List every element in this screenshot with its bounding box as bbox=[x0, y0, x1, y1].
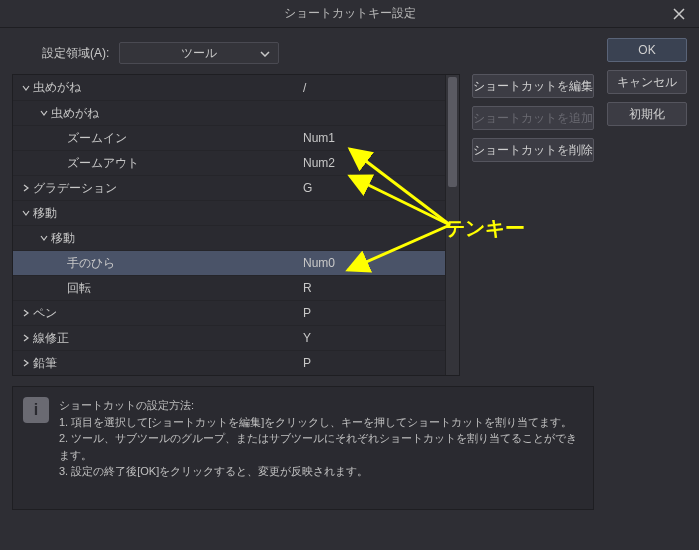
info-box: i ショートカットの設定方法: 1. 項目を選択して[ショートカットを編集]をク… bbox=[12, 386, 594, 510]
reset-button[interactable]: 初期化 bbox=[607, 102, 687, 126]
tree-item-key: Y bbox=[303, 331, 311, 345]
tree-item-key: P bbox=[303, 306, 311, 320]
tree-row[interactable]: ズームアウトNum2 bbox=[13, 150, 459, 175]
tree-row[interactable]: 鉛筆P bbox=[13, 350, 459, 375]
chevron-right-icon[interactable] bbox=[19, 334, 33, 342]
tree-item-name: 虫めがね bbox=[33, 79, 81, 96]
setting-area-row: 設定領域(A): ツール bbox=[12, 36, 687, 74]
chevron-right-icon[interactable] bbox=[19, 309, 33, 317]
tree-item-key: G bbox=[303, 181, 312, 195]
tree-item-key: R bbox=[303, 281, 312, 295]
info-text: ショートカットの設定方法: 1. 項目を選択して[ショートカットを編集]をクリッ… bbox=[59, 397, 583, 499]
titlebar: ショートカットキー設定 bbox=[0, 0, 699, 28]
delete-shortcut-button[interactable]: ショートカットを削除 bbox=[472, 138, 594, 162]
tree-row[interactable]: 虫めがね/ bbox=[13, 75, 459, 100]
tree-item-key: / bbox=[303, 81, 306, 95]
tree-item-key: Num2 bbox=[303, 156, 335, 170]
add-shortcut-button: ショートカットを追加 bbox=[472, 106, 594, 130]
setting-area-value: ツール bbox=[181, 45, 217, 62]
tree-row[interactable]: 虫めがね bbox=[13, 100, 459, 125]
tree-item-name: 回転 bbox=[67, 280, 91, 297]
tree-item-name: 虫めがね bbox=[51, 105, 99, 122]
tree-item-name: 手のひら bbox=[67, 255, 115, 272]
info-icon: i bbox=[23, 397, 49, 423]
ok-button[interactable]: OK bbox=[607, 38, 687, 62]
tree-row[interactable]: 回転R bbox=[13, 275, 459, 300]
tree-item-key: P bbox=[303, 356, 311, 370]
tree-row[interactable]: 移動 bbox=[13, 200, 459, 225]
tree-row[interactable]: 手のひらNum0 bbox=[13, 250, 459, 275]
tree-item-name: 移動 bbox=[33, 205, 57, 222]
tree-item-name: ペン bbox=[33, 305, 57, 322]
scrollbar-thumb[interactable] bbox=[448, 77, 457, 187]
chevron-down-icon[interactable] bbox=[19, 209, 33, 217]
tree-item-name: 線修正 bbox=[33, 330, 69, 347]
dialog-title: ショートカットキー設定 bbox=[284, 5, 416, 22]
close-icon bbox=[673, 8, 685, 20]
chevron-down-icon[interactable] bbox=[37, 234, 51, 242]
chevron-right-icon[interactable] bbox=[19, 184, 33, 192]
tree-row[interactable]: 移動 bbox=[13, 225, 459, 250]
tree-item-name: ズームアウト bbox=[67, 155, 139, 172]
setting-area-select[interactable]: ツール bbox=[119, 42, 279, 64]
close-button[interactable] bbox=[659, 0, 699, 28]
tree-row[interactable]: 線修正Y bbox=[13, 325, 459, 350]
chevron-down-icon[interactable] bbox=[19, 84, 33, 92]
tree-item-name: 鉛筆 bbox=[33, 355, 57, 372]
tree-row[interactable]: ペンP bbox=[13, 300, 459, 325]
tree-row[interactable]: ズームインNum1 bbox=[13, 125, 459, 150]
tree-item-name: 移動 bbox=[51, 230, 75, 247]
setting-area-label: 設定領域(A): bbox=[42, 45, 109, 62]
cancel-button[interactable]: キャンセル bbox=[607, 70, 687, 94]
tree-item-name: ズームイン bbox=[67, 130, 127, 147]
tree-item-key: Num1 bbox=[303, 131, 335, 145]
chevron-right-icon[interactable] bbox=[19, 359, 33, 367]
tree-item-key: Num0 bbox=[303, 256, 335, 270]
annotation-label: テンキー bbox=[445, 215, 525, 242]
chevron-down-icon bbox=[260, 46, 270, 60]
tree-item-name: グラデーション bbox=[33, 180, 117, 197]
chevron-down-icon[interactable] bbox=[37, 109, 51, 117]
edit-shortcut-button[interactable]: ショートカットを編集 bbox=[472, 74, 594, 98]
tree-row[interactable]: グラデーションG bbox=[13, 175, 459, 200]
shortcut-tree: 虫めがね/虫めがねズームインNum1ズームアウトNum2グラデーションG移動移動… bbox=[12, 74, 460, 376]
